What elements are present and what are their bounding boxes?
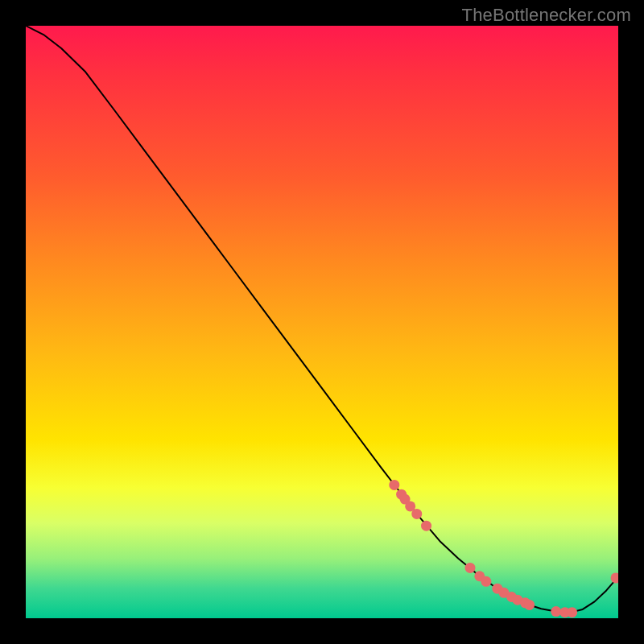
- data-point: [411, 509, 422, 519]
- scatter-points: [389, 480, 618, 617]
- plot-area: [26, 26, 618, 618]
- data-point: [389, 480, 399, 490]
- data-point: [524, 600, 535, 610]
- chart-frame: TheBottlenecker.com: [0, 0, 644, 644]
- data-point: [481, 576, 491, 587]
- watermark-label: TheBottlenecker.com: [462, 5, 631, 26]
- data-point: [567, 607, 577, 617]
- data-point: [465, 563, 476, 573]
- data-point: [611, 572, 618, 583]
- plot-svg: [26, 26, 618, 618]
- data-point: [421, 521, 431, 531]
- bottleneck-curve: [26, 26, 618, 613]
- data-point: [551, 606, 561, 617]
